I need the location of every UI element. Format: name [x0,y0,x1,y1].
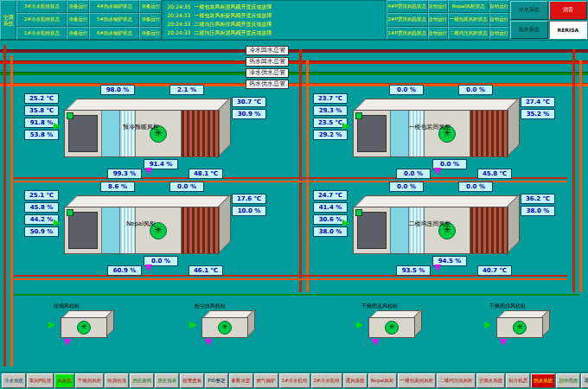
scada-screen: 空调系统 3#冷水机组状态设备运行4#热水锅炉状态设备运行2#冷水机组状态设备运… [0,0,588,389]
ahu-body[interactable]: ✳ 预冷预暖风柜 [64,99,218,156]
exhaust-fan-unit-4: 干燥间排风机组 ✳ [489,303,550,342]
return-air-arrow-icon [342,220,353,226]
toolbar-button[interactable]: 报警查看 [180,373,204,388]
status-label: 4#热水锅炉状态 [89,0,139,13]
status-value: 设备运行 [67,0,89,13]
toolbar-button[interactable]: 启动画面 [556,373,580,388]
pipe-segment [299,49,302,292]
supply-air-arrow-icon [145,265,152,275]
humidity-readout: 29.2 % [313,130,348,140]
toolbar-button[interactable]: 空调水系统 [476,373,506,388]
toolbar-button[interactable]: 通风系统 [343,373,368,388]
return-air-arrow-icon [342,123,353,130]
toolbar-button[interactable]: Nepal风柜 [368,373,397,388]
pipe-segment [572,49,575,292]
motor-icon [355,112,362,119]
toolbar-button[interactable]: 参数设定 [229,373,253,388]
toolbar-button[interactable]: 燃气锅炉 [254,373,278,388]
fan-icon: ✳ [150,222,167,239]
mixing-section [354,111,391,156]
fan-unit-label: 排烟风机组 [54,303,80,310]
fan-box-front: ✳ [496,317,543,338]
toolbar-button[interactable]: 2#冷水机组 [311,373,342,388]
humidity-readout: 29.3 % [313,105,348,116]
pipe-label: 热水回水总管 [246,57,289,67]
status-label: 2#冷水机组状态 [16,13,67,26]
alarm-mute-button[interactable]: 消音 [549,1,587,20]
toolbar-button[interactable]: PID整定 [205,373,227,388]
pipe-label: 冷水供水总管 [246,68,289,78]
toolbar-button[interactable]: 退出系统 [581,373,588,388]
toolbar-button[interactable]: 车间P轮值 [27,373,54,388]
chilled-return-pipe [0,49,588,53]
pipe-label: 热水供水总管 [246,80,289,89]
humidity-readout: 38.0 % [521,206,555,216]
exhaust-fan-unit-3: 干燥间送风机组 ✳ [361,303,422,342]
fan-box[interactable]: ✳ [201,310,246,336]
damper-readout: 2.1 % [169,85,204,95]
fan-unit-label: 粉尘排风机组 [195,303,226,310]
airflow-arrow-icon [48,322,59,328]
humidity-readout: 45.8 % [24,202,59,213]
status-value: 设备运行 [67,27,89,40]
toolbar-button[interactable]: 干燥间风柜 [75,373,105,388]
valve-readout: 60.9 % [107,265,142,276]
status-value: 设备运行 [139,27,162,40]
temp-readout: 35.8 ℃ [24,105,59,116]
damper-readout: 0.0 % [458,85,493,95]
status-value: 设备运行 [139,0,162,13]
alarm-row: 20:24:33二楼均压风柜排风阀开度反馈故障 [167,21,380,29]
ahu-unit-3: 25.1 ℃ 45.8 % 44.2 % 50.9 % 8.6 % 0.0 % … [24,182,266,275]
door-opening [68,212,98,249]
alarm-row: 20:24:33二楼均压风柜混风阀开度反馈故障 [167,29,380,37]
motor-icon [355,209,362,216]
hot-water-system-button[interactable]: 热水系统 [510,21,548,40]
alarm-time: 20:24:35 [167,3,190,10]
toolbar-button[interactable]: 一楼包装间风柜 [398,373,437,388]
supply-air-readouts: 27.4 ℃ 35.2 % [521,97,555,119]
fan-icon: ✳ [150,125,167,143]
header-corner: 冷水系统 消音 热水系统 RERISA [509,0,588,40]
supply-air-arrow-icon [145,168,152,178]
return-air-readouts: 25.1 ℃ 45.8 % 44.2 % 50.9 % [24,190,59,237]
toolbar-button[interactable]: 二楼均压间风柜 [437,373,476,388]
fan-box[interactable]: ✳ [61,310,105,336]
filter-section [409,111,425,156]
ahu-body[interactable]: ✳ 二楼均压间风柜 [353,195,507,252]
humidity-readout: 10.0 % [232,206,266,216]
toolbar-button[interactable]: 冷水系统 [2,373,26,388]
ahu-body[interactable]: ✳ Nepal风柜 [64,195,218,252]
pipe-segment [306,60,309,292]
heating-coil-section [182,111,219,156]
toolbar-button[interactable]: 热水系统 [531,373,555,388]
supply-air-readouts: 17.6 ℃ 10.0 % [232,194,266,216]
toolbar-button[interactable]: 风系统 [54,373,74,388]
door-opening [357,212,387,249]
motor-icon [67,112,74,119]
alarm-row: 20:24:35一楼包装风柜混风阀开度反馈故障 [167,3,380,11]
status-value: 自动运行 [489,27,509,40]
toolbar-button[interactable]: 历史曲线 [130,373,154,388]
exhaust-fan-unit-2: 粉尘排风机组 ✳ [195,303,255,342]
toolbar-button[interactable]: 制冷机房 [506,373,530,388]
damper-readout: 0.0 % [169,182,204,192]
toolbar: 冷水系统车间P轮值风系统干燥间风柜恒温恒湿历史曲线历史报表报警查看PID整定参数… [0,372,588,389]
airflow-arrow-icon [205,339,212,349]
fan-box[interactable]: ✳ [368,310,413,336]
toolbar-button[interactable]: 1#冷水机组 [279,373,310,388]
toolbar-button[interactable]: 恒温恒湿 [105,373,129,388]
status-value: 设备运行 [139,13,162,26]
left-status: 3#冷水机组状态设备运行4#热水锅炉状态设备运行2#冷水机组状态设备运行5#热水… [16,0,162,40]
alarm-row: 20:24:33一楼包装风柜新风阀开度反馈故障 [167,12,380,20]
pipe-segment [14,294,579,296]
filter-section [409,207,425,253]
ahu-body[interactable]: ✳ 一楼包装间风柜 [353,99,507,156]
toolbar-button[interactable]: 历史报表 [155,373,179,388]
ahu-front-face: ✳ [64,207,220,254]
water-temp-readout: 45.8 ℃ [477,169,512,179]
valve-readout: 99.3 % [107,169,142,179]
fan-box[interactable]: ✳ [496,310,541,336]
humidity-readout: 50.9 % [24,226,59,237]
cold-water-system-button[interactable]: 冷水系统 [510,1,548,20]
exhaust-fan-unit-1: 排烟风机组 ✳ [54,303,114,342]
